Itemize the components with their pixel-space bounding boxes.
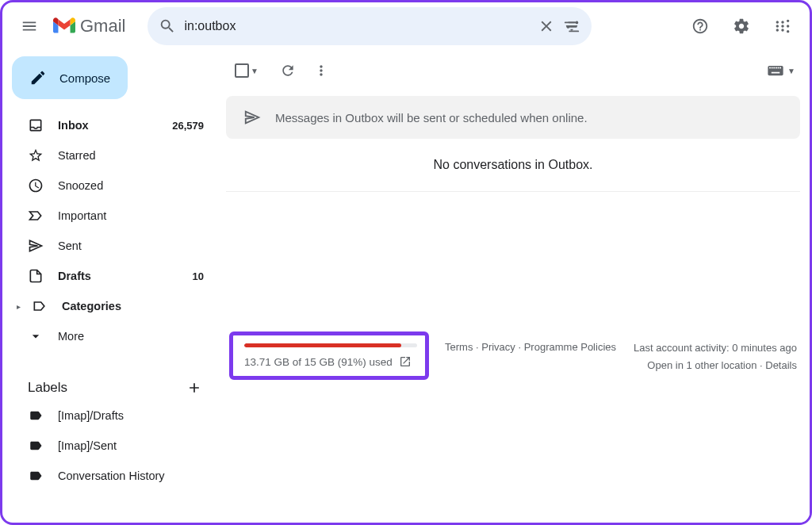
refresh-icon	[280, 63, 296, 79]
label-icon	[28, 408, 44, 423]
programme-link[interactable]: Programme Policies	[524, 341, 616, 353]
nav-more[interactable]: More	[9, 321, 216, 351]
label-imap-sent[interactable]: [Imap]/Sent	[9, 431, 216, 461]
settings-button[interactable]	[724, 9, 759, 44]
gmail-logo-icon	[53, 17, 75, 35]
privacy-link[interactable]: Privacy	[481, 341, 515, 353]
toolbar: ▼ ▼	[216, 50, 810, 91]
nav-snoozed[interactable]: Snoozed	[9, 171, 216, 201]
checkbox-icon	[235, 63, 249, 78]
compose-button[interactable]: Compose	[12, 56, 128, 99]
categories-icon	[32, 298, 48, 314]
more-vert-icon	[313, 63, 329, 79]
input-tools-button[interactable]	[767, 65, 784, 76]
svg-rect-5	[772, 67, 773, 69]
label-icon	[28, 469, 44, 483]
apps-button[interactable]	[765, 9, 800, 44]
search-icon	[159, 17, 176, 35]
label-imap-drafts[interactable]: [Imap]/Drafts	[9, 400, 216, 431]
svg-rect-8	[778, 67, 779, 69]
terms-link[interactable]: Terms	[445, 341, 473, 353]
outbox-banner: Messages in Outbox will be sent or sched…	[226, 96, 800, 139]
svg-rect-7	[776, 67, 777, 69]
support-button[interactable]	[683, 9, 718, 44]
open-in-new-icon[interactable]	[399, 355, 412, 368]
banner-text: Messages in Outbox will be sent or sched…	[275, 111, 588, 125]
nav-starred[interactable]: Starred	[9, 140, 216, 171]
important-icon	[28, 208, 44, 224]
label-icon	[28, 439, 44, 453]
sidebar: Compose Inbox 26,579 Starred Snoozed Imp…	[2, 50, 216, 523]
file-icon	[28, 268, 44, 284]
svg-rect-10	[772, 72, 780, 74]
footer-activity: Last account activity: 0 minutes ago Ope…	[634, 331, 797, 374]
nav-sent[interactable]: Sent	[9, 231, 216, 261]
empty-message: No conversations in Outbox.	[226, 139, 800, 192]
storage-indicator[interactable]: 13.71 GB of 15 GB (91%) used	[229, 331, 429, 380]
svg-point-0	[576, 21, 579, 25]
gear-icon	[733, 17, 750, 35]
chevron-down-icon	[28, 328, 44, 344]
compose-label: Compose	[59, 71, 110, 85]
nav-categories[interactable]: ▸ Categories	[9, 291, 216, 321]
label-conversation-history[interactable]: Conversation History	[9, 461, 216, 491]
keyboard-icon	[767, 65, 784, 76]
labels-heading: Labels	[28, 380, 67, 396]
expand-caret-icon: ▸	[17, 302, 21, 311]
main-menu-button[interactable]	[12, 9, 47, 44]
svg-rect-9	[779, 67, 781, 69]
help-icon	[691, 17, 709, 35]
chevron-down-icon[interactable]: ▼	[787, 67, 795, 75]
nav-inbox[interactable]: Inbox 26,579	[9, 110, 216, 140]
hamburger-icon	[21, 17, 38, 35]
clock-icon	[28, 178, 44, 194]
svg-rect-6	[773, 67, 775, 69]
send-icon	[28, 238, 44, 254]
search-bar[interactable]	[147, 7, 592, 45]
svg-point-1	[567, 25, 570, 29]
add-label-button[interactable]	[186, 380, 202, 396]
gmail-logo[interactable]: Gmail	[53, 16, 125, 36]
storage-progress-bar	[244, 343, 417, 347]
search-input[interactable]	[184, 19, 530, 33]
svg-rect-4	[769, 67, 771, 69]
clear-search-icon[interactable]	[538, 17, 555, 35]
star-icon	[28, 148, 44, 163]
chevron-down-icon: ▼	[251, 67, 259, 75]
apps-grid-icon	[775, 18, 791, 34]
inbox-icon	[28, 117, 44, 133]
select-all-checkbox[interactable]: ▼	[231, 59, 262, 82]
nav-drafts[interactable]: Drafts 10	[9, 261, 216, 291]
storage-text: 13.71 GB of 15 GB (91%) used	[244, 356, 393, 368]
gmail-logo-text: Gmail	[80, 16, 125, 36]
search-options-icon[interactable]	[563, 17, 580, 35]
details-link[interactable]: Details	[765, 359, 797, 371]
last-activity-text: Last account activity: 0 minutes ago	[634, 339, 797, 357]
content-area: ▼ ▼ Messages in Outbox will be sent or s…	[216, 50, 810, 523]
plus-icon	[186, 380, 202, 396]
more-button[interactable]	[313, 63, 329, 79]
pencil-icon	[29, 69, 47, 86]
send-icon	[243, 109, 261, 126]
footer-links: Terms · Privacy · Programme Policies	[445, 331, 616, 356]
nav-important[interactable]: Important	[9, 201, 216, 231]
refresh-button[interactable]	[280, 63, 296, 79]
open-location-link[interactable]: Open in 1 other location	[647, 359, 756, 371]
